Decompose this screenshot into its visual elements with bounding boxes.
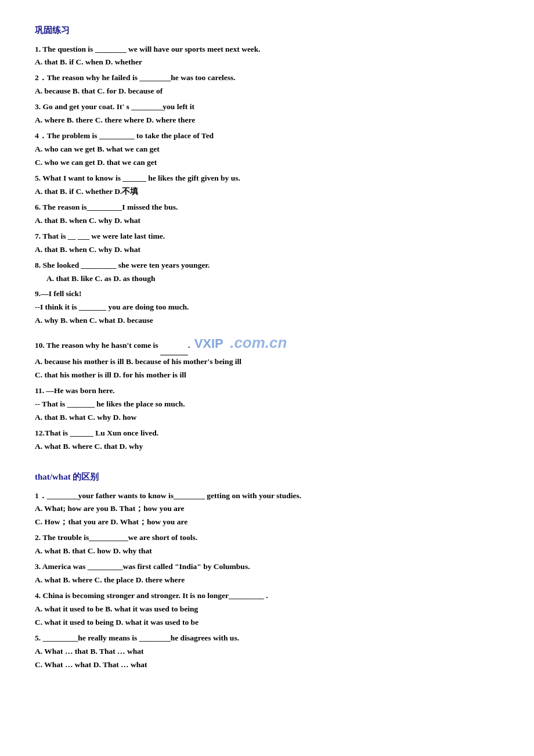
s2-q5-text: 5. _________he really means is ________h… bbox=[35, 632, 499, 645]
section-2-title: that/what 的区别 bbox=[35, 470, 499, 485]
s2-question-5: 5. _________he really means is ________h… bbox=[35, 632, 499, 672]
question-10: 10. The reason why he hasn't come is . V… bbox=[35, 330, 499, 382]
q10-options-line1: A. because his mother is ill B. because … bbox=[35, 355, 499, 369]
question-7: 7. That is __ ___ we were late last time… bbox=[35, 230, 499, 257]
q7-options: A. that B. when C. why D. what bbox=[35, 243, 499, 257]
s2-question-2: 2. The trouble is__________we are short … bbox=[35, 531, 499, 558]
q10-blank bbox=[160, 342, 188, 356]
question-6: 6. The reason is_________I missed the bu… bbox=[35, 201, 499, 228]
s2-question-3: 3. America was _________was first called… bbox=[35, 560, 499, 587]
q6-text: 6. The reason is_________I missed the bu… bbox=[35, 201, 499, 214]
section-2: that/what 的区别 1．________your father want… bbox=[35, 470, 499, 672]
q2-text: 2．The reason why he failed is ________he… bbox=[35, 71, 499, 85]
q8-options: A. that B. like C. as D. as though bbox=[46, 272, 499, 286]
q11-text: 11. —He was born here. bbox=[35, 384, 499, 398]
q4-options-line2: C. who we can get D. that we can get bbox=[35, 156, 499, 170]
s2-question-4: 4. China is becoming stronger and strong… bbox=[35, 589, 499, 629]
q10-text: 10. The reason why he hasn't come is . V… bbox=[35, 330, 499, 355]
s2-q1-opt2: C. How；that you are D. What；how you are bbox=[35, 516, 499, 529]
question-3: 3. Go and get your coat. It' s ________y… bbox=[35, 100, 499, 127]
question-9: 9.—I fell sick! --I think it is _______ … bbox=[35, 287, 499, 327]
q1-text: 1. The question is ________ we will have… bbox=[35, 43, 499, 56]
q6-options: A. that B. when C. why D. what bbox=[35, 214, 499, 228]
q8-text: 8. She looked _________ she were ten yea… bbox=[35, 259, 499, 272]
s2-q4-text: 4. China is becoming stronger and strong… bbox=[35, 589, 499, 603]
question-5: 5. What I want to know is ______ he like… bbox=[35, 172, 499, 199]
q5-options: A. that B. if C. whether D.不填 bbox=[35, 185, 499, 199]
q9-options: A. why B. when C. what D. because bbox=[35, 314, 499, 327]
q10-options-line2: C. that his mother is ill D. for his mot… bbox=[35, 369, 499, 382]
question-1: 1. The question is ________ we will have… bbox=[35, 43, 499, 70]
q1-options: A. that B. if C. when D. whether bbox=[35, 56, 499, 69]
s2-q3-text: 3. America was _________was first called… bbox=[35, 560, 499, 574]
s2-q4-opt1: A. what it used to be B. what it was use… bbox=[35, 603, 499, 616]
q9-text: 9.—I fell sick! bbox=[35, 287, 499, 301]
watermark-text: .com.cn bbox=[230, 330, 287, 355]
s2-q1-opt1: A. What; how are you B. That；how you are bbox=[35, 502, 499, 516]
question-11: 11. —He was born here. -- That is ______… bbox=[35, 384, 499, 424]
q7-text: 7. That is __ ___ we were late last time… bbox=[35, 230, 499, 243]
q11-subtext: -- That is _______ he likes the place so… bbox=[35, 398, 499, 411]
question-2: 2．The reason why he failed is ________he… bbox=[35, 71, 499, 98]
s2-q3-options: A. what B. where C. the place D. there w… bbox=[35, 574, 499, 587]
page-content: 巩固练习 1. The question is ________ we will… bbox=[35, 23, 499, 672]
s2-q5-opt1: A. What … that B. That … what bbox=[35, 645, 499, 658]
q3-options: A. where B. there C. there where D. wher… bbox=[35, 114, 499, 127]
section-1: 巩固练习 1. The question is ________ we will… bbox=[35, 23, 499, 453]
s2-question-1: 1．________your father wants to know is__… bbox=[35, 489, 499, 530]
question-4: 4．The problem is _________ to take the p… bbox=[35, 129, 499, 170]
q9-subtext: --I think it is _______ you are doing to… bbox=[35, 301, 499, 314]
q11-options: A. that B. what C. why D. how bbox=[35, 411, 499, 424]
question-8: 8. She looked _________ she were ten yea… bbox=[35, 259, 499, 286]
q12-text: 12.That is ______ Lu Xun once lived. bbox=[35, 427, 499, 440]
s2-q5-opt2: C. What … what D. That … what bbox=[35, 658, 499, 672]
question-12: 12.That is ______ Lu Xun once lived. A. … bbox=[35, 427, 499, 453]
q12-options: A. what B. where C. that D. why bbox=[35, 440, 499, 453]
s2-q1-text: 1．________your father wants to know is__… bbox=[35, 489, 499, 503]
s2-q2-text: 2. The trouble is__________we are short … bbox=[35, 531, 499, 545]
q2-options: A. because B. that C. for D. because of bbox=[35, 85, 499, 98]
q3-text: 3. Go and get your coat. It' s ________y… bbox=[35, 100, 499, 114]
s2-q2-options: A. what B. that C. how D. why that bbox=[35, 545, 499, 558]
section-1-title: 巩固练习 bbox=[35, 23, 499, 38]
q4-options-line1: A. who can we get B. what we can get bbox=[35, 143, 499, 156]
watermark-icon: VXIP bbox=[194, 333, 223, 354]
q5-text: 5. What I want to know is ______ he like… bbox=[35, 172, 499, 185]
s2-q4-opt2: C. what it used to being D. what it was … bbox=[35, 616, 499, 629]
q4-text: 4．The problem is _________ to take the p… bbox=[35, 129, 499, 143]
